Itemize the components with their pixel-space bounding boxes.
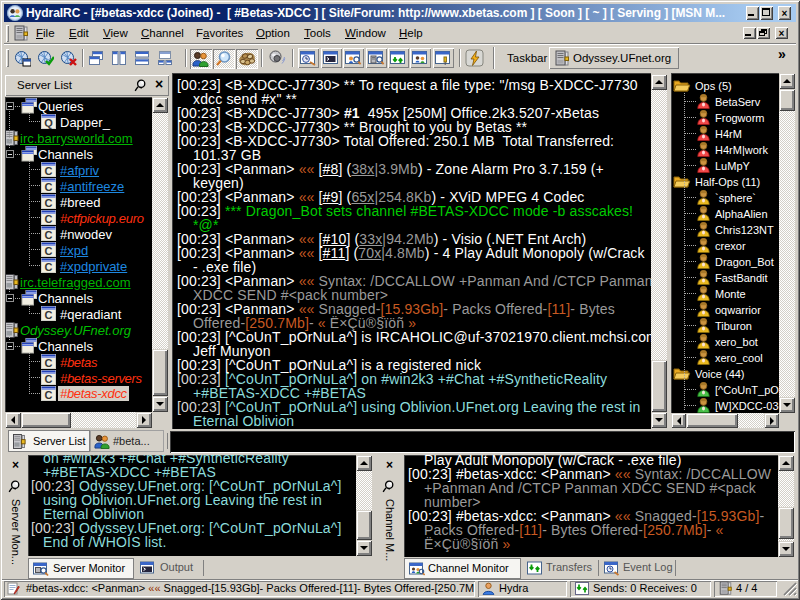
svg-text:C: C [45,261,53,273]
svg-text:C: C [45,181,53,193]
svg-text:C: C [45,309,53,321]
svg-text:C: C [45,245,53,257]
svg-text:C: C [45,213,53,225]
svg-text:Q: Q [44,117,53,129]
svg-text:C: C [45,357,53,369]
svg-text:C: C [45,373,53,385]
svg-text:C: C [45,229,53,241]
svg-text:C: C [45,389,53,401]
svg-text:C: C [45,165,53,177]
svg-text:C: C [45,197,53,209]
